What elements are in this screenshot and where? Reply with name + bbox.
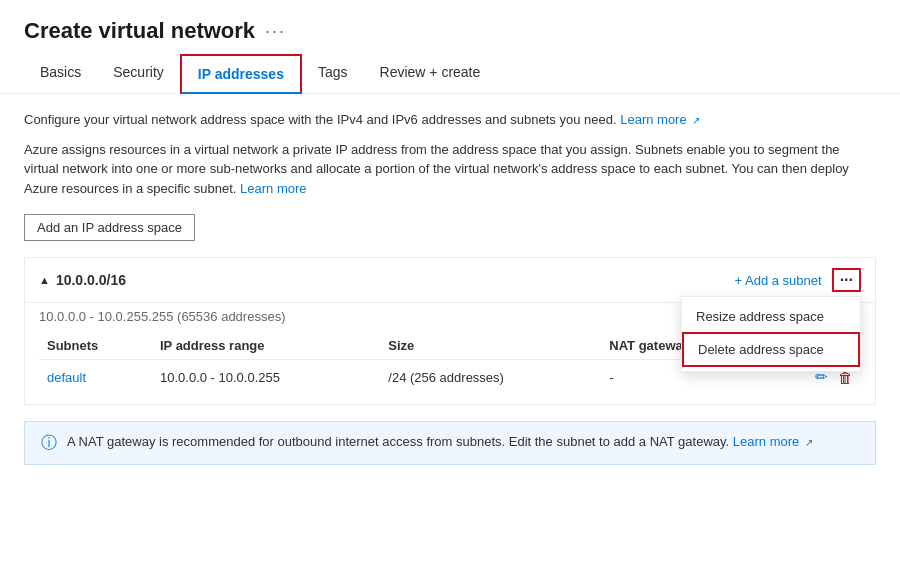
tab-basics[interactable]: Basics: [24, 54, 97, 94]
resize-address-space-item[interactable]: Resize address space: [682, 301, 860, 332]
card-header-right: + Add a subnet ··· Resize address space …: [735, 268, 861, 292]
external-link-icon-3: ↗: [805, 437, 813, 448]
size-cell: /24 (256 addresses): [380, 360, 601, 395]
info-learn-more-link[interactable]: Learn more ↗: [733, 434, 813, 449]
delete-address-space-item[interactable]: Delete address space: [682, 332, 860, 367]
card-header-left: ▲ 10.0.0.0/16: [39, 272, 126, 288]
card-header: ▲ 10.0.0.0/16 + Add a subnet ··· Resize …: [25, 258, 875, 303]
page-title: Create virtual network: [24, 18, 255, 44]
info-banner: ⓘ A NAT gateway is recommended for outbo…: [24, 421, 876, 465]
description-2: Azure assigns resources in a virtual net…: [24, 140, 876, 199]
add-subnet-button[interactable]: + Add a subnet: [735, 273, 822, 288]
description-1: Configure your virtual network address s…: [24, 110, 876, 130]
header-more-icon[interactable]: ···: [265, 21, 286, 42]
more-options-button[interactable]: ···: [832, 268, 861, 292]
address-space-cidr: 10.0.0.0/16: [56, 272, 126, 288]
col-subnets: Subnets: [39, 330, 152, 360]
external-link-icon-1: ↗: [692, 115, 700, 126]
page-header: Create virtual network ···: [0, 0, 900, 44]
tab-tags[interactable]: Tags: [302, 54, 364, 94]
tabs-bar: Basics Security IP addresses Tags Review…: [0, 54, 900, 94]
ip-range-cell: 10.0.0.0 - 10.0.0.255: [152, 360, 380, 395]
tab-ip-addresses[interactable]: IP addresses: [180, 54, 302, 94]
col-size: Size: [380, 330, 601, 360]
tab-security[interactable]: Security: [97, 54, 180, 94]
tab-review-create[interactable]: Review + create: [364, 54, 497, 94]
context-menu: Resize address space Delete address spac…: [681, 296, 861, 372]
learn-more-link-2[interactable]: Learn more: [240, 181, 306, 196]
collapse-icon[interactable]: ▲: [39, 274, 50, 286]
subnet-name-cell: default: [39, 360, 152, 395]
main-content: Configure your virtual network address s…: [0, 94, 900, 481]
address-space-card: ▲ 10.0.0.0/16 + Add a subnet ··· Resize …: [24, 257, 876, 405]
learn-more-link-1[interactable]: Learn more ↗: [620, 112, 700, 127]
col-ip-range: IP address range: [152, 330, 380, 360]
add-ip-address-space-button[interactable]: Add an IP address space: [24, 214, 195, 241]
info-text: A NAT gateway is recommended for outboun…: [67, 432, 813, 452]
subnet-default-link[interactable]: default: [47, 370, 86, 385]
info-icon: ⓘ: [41, 433, 57, 454]
